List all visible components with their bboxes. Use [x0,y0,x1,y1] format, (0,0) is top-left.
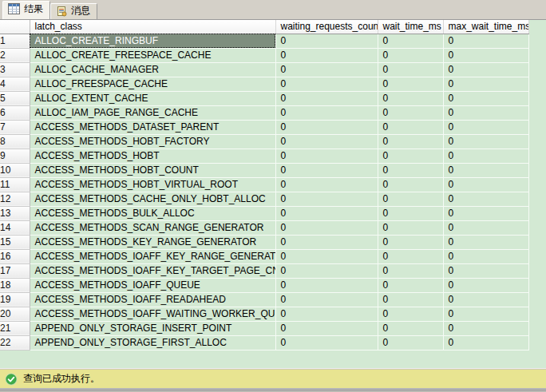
cell-max_wait_time_ms[interactable]: 0 [443,307,528,321]
cell-waiting_requests_count[interactable]: 0 [275,177,378,192]
cell-waiting_requests_count[interactable]: 0 [275,105,378,120]
row-number-cell[interactable]: 7 [0,120,30,134]
cell-wait_time_ms[interactable]: 0 [378,177,443,192]
row-number-cell[interactable]: 22 [0,335,30,350]
row-number-cell[interactable]: 5 [0,91,30,105]
cell-max_wait_time_ms[interactable]: 0 [443,321,528,335]
cell-latch_class[interactable]: ALLOC_CREATE_RINGBUF [30,34,275,48]
row-number-cell[interactable]: 19 [0,292,30,307]
cell-max_wait_time_ms[interactable]: 0 [443,77,528,91]
row-number-cell[interactable]: 16 [0,249,30,263]
cell-max_wait_time_ms[interactable]: 0 [443,220,528,235]
cell-waiting_requests_count[interactable]: 0 [275,91,378,105]
cell-latch_class[interactable]: ACCESS_METHODS_IOAFF_WAITING_WORKER_QUEU… [30,307,275,321]
column-header-waiting_requests_count[interactable]: waiting_requests_count [275,20,378,34]
cell-latch_class[interactable]: ACCESS_METHODS_KEY_RANGE_GENERATOR [30,235,275,249]
cell-waiting_requests_count[interactable]: 0 [275,206,378,220]
grid-corner-cell[interactable] [0,20,30,34]
cell-wait_time_ms[interactable]: 0 [378,120,443,134]
cell-max_wait_time_ms[interactable]: 0 [443,34,528,48]
cell-wait_time_ms[interactable]: 0 [378,34,443,48]
cell-latch_class[interactable]: ACCESS_METHODS_DATASET_PARENT [30,120,275,134]
row-number-cell[interactable]: 3 [0,62,30,77]
row-number-cell[interactable]: 18 [0,278,30,292]
cell-waiting_requests_count[interactable]: 0 [275,278,378,292]
cell-latch_class[interactable]: ACCESS_METHODS_HOBT [30,148,275,163]
cell-latch_class[interactable]: ACCESS_METHODS_IOAFF_KEY_TARGET_PAGE_CNT [30,263,275,278]
cell-wait_time_ms[interactable]: 0 [378,206,443,220]
cell-max_wait_time_ms[interactable]: 0 [443,148,528,163]
cell-waiting_requests_count[interactable]: 0 [275,235,378,249]
cell-latch_class[interactable]: ALLOC_IAM_PAGE_RANGE_CACHE [30,105,275,120]
cell-latch_class[interactable]: ACCESS_METHODS_IOAFF_KEY_RANGE_GENERATOR [30,249,275,263]
cell-max_wait_time_ms[interactable]: 0 [443,91,528,105]
cell-waiting_requests_count[interactable]: 0 [275,292,378,307]
cell-latch_class[interactable]: APPEND_ONLY_STORAGE_FIRST_ALLOC [30,335,275,350]
cell-waiting_requests_count[interactable]: 0 [275,48,378,62]
cell-latch_class[interactable]: ALLOC_EXTENT_CACHE [30,91,275,105]
column-header-latch_class[interactable]: latch_class [30,20,275,34]
cell-max_wait_time_ms[interactable]: 0 [443,120,528,134]
cell-waiting_requests_count[interactable]: 0 [275,120,378,134]
cell-waiting_requests_count[interactable]: 0 [275,34,378,48]
cell-wait_time_ms[interactable]: 0 [378,263,443,278]
cell-max_wait_time_ms[interactable]: 0 [443,62,528,77]
row-number-cell[interactable]: 6 [0,105,30,120]
cell-wait_time_ms[interactable]: 0 [378,292,443,307]
row-number-cell[interactable]: 15 [0,235,30,249]
cell-max_wait_time_ms[interactable]: 0 [443,206,528,220]
cell-latch_class[interactable]: ALLOC_CACHE_MANAGER [30,62,275,77]
tab-messages[interactable]: 消息 [50,3,97,19]
cell-waiting_requests_count[interactable]: 0 [275,220,378,235]
cell-latch_class[interactable]: ACCESS_METHODS_SCAN_RANGE_GENERATOR [30,220,275,235]
row-number-cell[interactable]: 9 [0,148,30,163]
column-header-max_wait_time_ms[interactable]: max_wait_time_ms [443,20,528,34]
cell-wait_time_ms[interactable]: 0 [378,220,443,235]
cell-latch_class[interactable]: APPEND_ONLY_STORAGE_INSERT_POINT [30,321,275,335]
cell-waiting_requests_count[interactable]: 0 [275,134,378,148]
cell-max_wait_time_ms[interactable]: 0 [443,335,528,350]
row-number-cell[interactable]: 21 [0,321,30,335]
cell-max_wait_time_ms[interactable]: 0 [443,192,528,206]
cell-wait_time_ms[interactable]: 0 [378,148,443,163]
row-number-cell[interactable]: 11 [0,177,30,192]
cell-wait_time_ms[interactable]: 0 [378,91,443,105]
cell-latch_class[interactable]: ALLOC_FREESPACE_CACHE [30,77,275,91]
cell-wait_time_ms[interactable]: 0 [378,249,443,263]
cell-max_wait_time_ms[interactable]: 0 [443,249,528,263]
tab-results[interactable]: 结果 [2,1,50,19]
cell-max_wait_time_ms[interactable]: 0 [443,177,528,192]
cell-wait_time_ms[interactable]: 0 [378,134,443,148]
row-number-cell[interactable]: 8 [0,134,30,148]
cell-max_wait_time_ms[interactable]: 0 [443,235,528,249]
cell-wait_time_ms[interactable]: 0 [378,192,443,206]
cell-waiting_requests_count[interactable]: 0 [275,263,378,278]
row-number-cell[interactable]: 1 [0,34,30,48]
row-number-cell[interactable]: 4 [0,77,30,91]
cell-waiting_requests_count[interactable]: 0 [275,335,378,350]
cell-latch_class[interactable]: ACCESS_METHODS_HOBT_COUNT [30,163,275,177]
cell-max_wait_time_ms[interactable]: 0 [443,278,528,292]
cell-waiting_requests_count[interactable]: 0 [275,77,378,91]
cell-waiting_requests_count[interactable]: 0 [275,307,378,321]
cell-latch_class[interactable]: ACCESS_METHODS_CACHE_ONLY_HOBT_ALLOC [30,192,275,206]
cell-max_wait_time_ms[interactable]: 0 [443,292,528,307]
cell-waiting_requests_count[interactable]: 0 [275,321,378,335]
row-number-cell[interactable]: 2 [0,48,30,62]
cell-waiting_requests_count[interactable]: 0 [275,192,378,206]
cell-waiting_requests_count[interactable]: 0 [275,62,378,77]
cell-wait_time_ms[interactable]: 0 [378,77,443,91]
row-number-cell[interactable]: 10 [0,163,30,177]
cell-max_wait_time_ms[interactable]: 0 [443,163,528,177]
cell-wait_time_ms[interactable]: 0 [378,335,443,350]
row-number-cell[interactable]: 12 [0,192,30,206]
cell-wait_time_ms[interactable]: 0 [378,105,443,120]
cell-waiting_requests_count[interactable]: 0 [275,249,378,263]
cell-wait_time_ms[interactable]: 0 [378,307,443,321]
column-header-wait_time_ms[interactable]: wait_time_ms [378,20,443,34]
cell-latch_class[interactable]: ACCESS_METHODS_HOBT_FACTORY [30,134,275,148]
cell-wait_time_ms[interactable]: 0 [378,163,443,177]
cell-max_wait_time_ms[interactable]: 0 [443,48,528,62]
cell-wait_time_ms[interactable]: 0 [378,48,443,62]
cell-latch_class[interactable]: ACCESS_METHODS_IOAFF_QUEUE [30,278,275,292]
